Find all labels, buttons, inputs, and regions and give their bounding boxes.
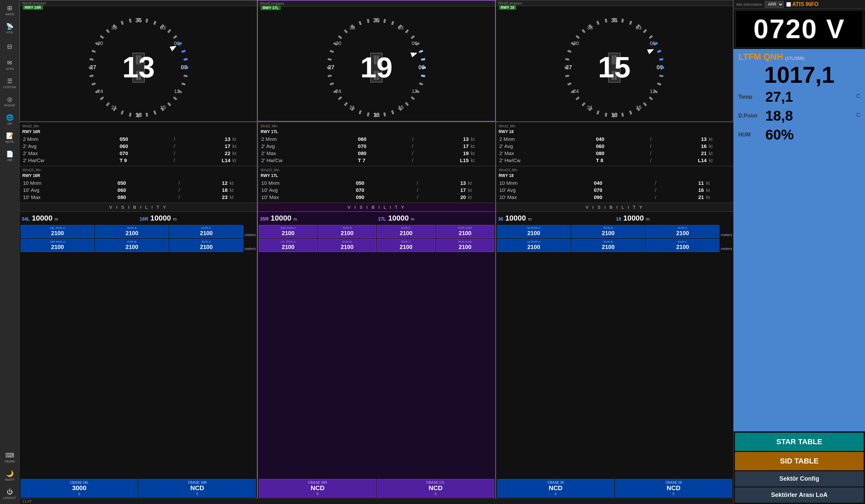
sidebar-item-pdf[interactable]: 📄 Pdf [1, 147, 19, 165]
atis-panel-title: Atis Information [736, 2, 762, 7]
rvr-18-a-val: 2100 [498, 244, 570, 251]
svg-rect-84 [411, 96, 415, 100]
rvr-36-b: RVR-B 2100 [572, 225, 645, 238]
svg-rect-109 [422, 67, 426, 69]
temp-row: Temp 27,1 C [738, 87, 860, 106]
svg-rect-145 [629, 110, 632, 115]
rvr-16r-a-val: 2100 [22, 244, 93, 251]
aftn-icon: ✉ [7, 59, 12, 67]
svg-rect-72 [383, 19, 386, 23]
cbase-16r-value: NCD [140, 484, 255, 492]
rvr-18-c-val: 2100 [647, 244, 718, 251]
cbase-17l-label: CBASE 17L [378, 481, 493, 484]
svg-rect-130 [621, 19, 624, 23]
vis-rwy-16r-label: 16R [140, 216, 148, 222]
rvr-17l-a-val: 2100 [260, 244, 316, 251]
sektorler-arasi-button[interactable]: Sektörler Arası LoA [735, 488, 864, 503]
rvr-36-c-val: 2100 [647, 230, 718, 237]
rvr-17l-b-label: RVR-B [319, 240, 376, 244]
svg-rect-38 [91, 82, 96, 85]
rvr-17l-end-label: RVR END [437, 240, 493, 244]
rvr-17l-c-label: RVR-C [378, 240, 434, 244]
aftn-label: AFTN [6, 67, 14, 71]
svg-rect-15 [153, 21, 156, 25]
rvr-18-a: 18 RVR-A 2100 [497, 239, 571, 252]
atis-arr-select[interactable]: ARR [765, 1, 784, 8]
sid-table-button[interactable]: SID TABLE [735, 452, 864, 470]
svg-rect-168 [660, 67, 664, 69]
cbase-row-2: CBASE 35R NCD ft CBASE 17L NCD ft [258, 478, 495, 498]
cbase-18: CBASE 18 NCD ft [615, 479, 732, 497]
wind2-rwy-1: RWY 16R [22, 129, 254, 134]
svg-rect-100 [330, 50, 334, 53]
note-icon: 📝 [6, 132, 13, 140]
dpoint-value: 18,8 [765, 108, 856, 124]
cbase-36-label: CBASE 36 [498, 481, 613, 484]
sidebar-item-night[interactable]: 🌙 NIGHT [1, 467, 19, 484]
sidebar-item-awos[interactable]: ⊞ AWOS [1, 1, 19, 19]
atis-label: ATIS [7, 31, 13, 34]
svg-rect-142 [649, 96, 653, 100]
cbase-row-1: CBASE 34L 3000 ft CBASE 16R NCD ft [20, 478, 257, 498]
svg-rect-50 [181, 50, 185, 53]
atis-checkbox[interactable] [786, 2, 791, 7]
svg-rect-90 [367, 113, 370, 117]
rvr-16r-unit: meters [244, 239, 256, 252]
cbase-16r-label: CBASE 16R [140, 481, 255, 484]
svg-rect-94 [338, 96, 342, 100]
compass-svg-3: 36 09 18 27 03 06 12 15 21 24 30 33 [553, 11, 675, 121]
vis-rwy-18-value: 10000 [623, 214, 644, 223]
vis-rwy-36-value: 10000 [505, 214, 526, 223]
svg-rect-166 [657, 50, 661, 53]
vis-rwy-17l-label: 17L [378, 216, 386, 222]
sidebar-item-logout[interactable]: ⏻ LOGOUT [1, 485, 19, 503]
rwy-label-3: RWY 18 [499, 5, 517, 10]
svg-rect-39 [89, 75, 93, 77]
svg-rect-17 [167, 29, 171, 33]
sidebar-item-icon3[interactable]: ⊟ [1, 38, 19, 55]
rvr-34l-b-label: RVR-B [96, 226, 168, 230]
sidebar-item-atis[interactable]: 📡 ATIS [1, 20, 19, 37]
svg-rect-163 [596, 21, 599, 25]
svg-rect-32 [129, 113, 131, 117]
rvr-36-a: 36 RVR-A 2100 [497, 225, 571, 238]
hum-row: HUM 60% [738, 125, 860, 144]
sidebar-item-custom[interactable]: ☰ CUSTON [1, 74, 19, 92]
sektor-config-button[interactable]: Sektör Config [735, 471, 864, 487]
star-table-button[interactable]: STAR TABLE [735, 433, 864, 451]
cbase-34l-unit: ft [22, 492, 137, 496]
wind2-panel-2: Wind2_Min RWY 17L 2 Mnm060/13kt 2' Avg07… [258, 122, 495, 166]
svg-rect-23 [184, 75, 187, 77]
rvr-34l-b: RVR-B 2100 [95, 225, 169, 238]
wind10-table-2: 10 Mnm050/13kt 10' Avg070/17kt 10' Max09… [261, 179, 492, 201]
compass-panel-rwy16r: WindCompass RWY 16R [20, 0, 257, 121]
vis-values-3: 36 10000 m 18 10000 m [496, 212, 733, 225]
svg-rect-48 [129, 19, 131, 23]
compass-title-2: WindCompass [258, 1, 495, 7]
radar-icon: ◎ [7, 96, 12, 103]
svg-rect-87 [391, 110, 394, 115]
vis-rwy-18-unit: m [646, 216, 650, 222]
rvr-18-a-label: 18 RVR-A [498, 240, 570, 244]
sidebar-item-aip[interactable]: 🌐 AIP [1, 111, 19, 128]
rvr-34l-unit: meters [244, 225, 256, 238]
sidebar-item-note[interactable]: 📝 NOTE [1, 129, 19, 146]
sidebar-item-radar[interactable]: ◎ RADAR [1, 93, 19, 110]
rwy-label-1: RWY 16R [23, 5, 43, 10]
vis-group-1: V I S I B I L I T Y 34L 10000 m 16R 1000… [20, 203, 257, 498]
rvr-17l-c-val: 2100 [378, 244, 434, 251]
vis-rwy-34l-label: 34L [22, 216, 30, 222]
rvr-34l-c: RVR-C 2100 [169, 225, 243, 238]
rvr-17l-b-val: 2100 [319, 244, 376, 251]
rvr-row-34l: 34L RVR-A 2100 RVR-B 2100 RVR-C 2100 met… [20, 225, 257, 238]
temp-unit: C [856, 93, 860, 101]
time-display: 11:47 [22, 499, 32, 503]
wind2-title-2: Wind2_Min [261, 124, 492, 128]
wind10-rwy-2: RWY 17L [261, 173, 492, 178]
rvr-34l-b-val: 2100 [96, 230, 168, 237]
rvr-row-16r: 16R RVR-A 2100 RVR-B 2100 RVR-C 2100 met… [20, 238, 257, 252]
vis-rwy-16r-unit: m [173, 216, 177, 222]
sidebar-item-yboard[interactable]: ⌨ YBORD [1, 449, 19, 466]
vis-rwy-34l-unit: m [54, 216, 58, 222]
sidebar-item-aftn[interactable]: ✉ AFTN [1, 56, 19, 74]
